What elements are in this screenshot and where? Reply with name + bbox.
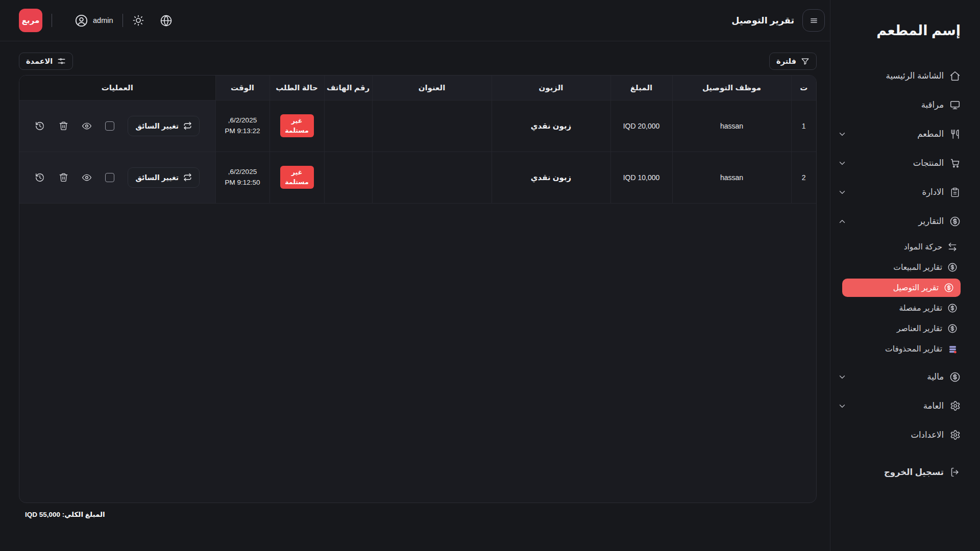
cell-phone xyxy=(324,100,372,152)
table-row: 1 hassan IQD 20,000 زبون نقدي غير مستلمة… xyxy=(19,100,816,152)
app-logo[interactable]: مربع xyxy=(19,9,42,32)
sidebar-item-label: المطعم xyxy=(917,129,944,139)
sidebar-item-settings[interactable]: الاعدادات xyxy=(838,420,961,449)
gear-icon xyxy=(949,430,961,441)
change-driver-button[interactable]: تغيير السائق xyxy=(128,167,200,188)
delete-icon[interactable] xyxy=(58,172,68,183)
cell-customer: زبون نقدي xyxy=(492,100,610,152)
sidebar-item-products[interactable]: المنتجات xyxy=(838,148,961,178)
cell-status: غير مستلمة xyxy=(270,100,324,152)
delivery-report-table: ت موظف التوصيل المبلغ الزبون العنوان رقم… xyxy=(19,76,816,204)
history-icon[interactable] xyxy=(35,172,45,183)
divider xyxy=(52,14,52,27)
sidebar-item-administration[interactable]: الادارة xyxy=(838,178,961,207)
view-icon[interactable] xyxy=(82,121,92,131)
sidebar-item-label: الشاشة الرئيسية xyxy=(886,71,944,81)
logout-icon xyxy=(949,467,961,478)
cell-amount: IQD 20,000 xyxy=(610,100,672,152)
user-circle-icon xyxy=(75,14,88,28)
monitor-icon xyxy=(949,99,961,111)
menu-icon xyxy=(810,16,818,25)
order-time: 9:12:50 PM xyxy=(216,178,270,188)
change-driver-button[interactable]: تغيير السائق xyxy=(128,116,200,136)
filter-button[interactable]: فلترة xyxy=(769,53,817,70)
col-header-phone: رقم الهاتف xyxy=(324,76,372,100)
col-header-operations: العمليات xyxy=(19,76,215,100)
columns-button-label: الاعمدة xyxy=(26,57,53,65)
col-header-employee: موظف التوصيل xyxy=(672,76,791,100)
cell-index: 1 xyxy=(791,100,816,152)
sidebar-subitem-label: تقارير العناصر xyxy=(897,324,942,333)
theme-toggle-button[interactable] xyxy=(132,14,144,27)
cart-icon xyxy=(949,158,961,169)
chevron-down-icon xyxy=(838,372,847,382)
col-header-customer: الزبون xyxy=(492,76,610,100)
sidebar-item-restaurant[interactable]: المطعم xyxy=(838,119,961,148)
sidebar-subitem-sales-reports[interactable]: تقارير المبيعات xyxy=(838,257,961,278)
sidebar-item-label: الادارة xyxy=(922,187,944,197)
user-menu[interactable]: admin xyxy=(75,14,113,28)
sidebar-subitem-deleted-reports[interactable]: تقارير المحذوفات xyxy=(838,339,961,359)
cell-employee: hassan xyxy=(672,100,791,152)
gear-icon xyxy=(949,400,961,412)
cell-time: 6/2/2025,9:13:22 PM xyxy=(215,100,270,152)
clipboard-icon xyxy=(949,187,961,198)
table-toolbar: فلترة الاعمدة xyxy=(19,53,817,70)
cell-address xyxy=(372,152,492,203)
delete-icon[interactable] xyxy=(58,121,68,131)
sidebar-item-finance[interactable]: مالية xyxy=(838,362,961,391)
swap-icon xyxy=(183,173,192,182)
view-icon[interactable] xyxy=(82,172,92,183)
dollar-circle-icon xyxy=(944,283,954,293)
sidebar-subitem-label: تقارير مفصلة xyxy=(899,304,942,313)
home-icon xyxy=(949,70,961,82)
topbar: مربع admin تقرير التوصيل xyxy=(0,0,830,41)
history-icon[interactable] xyxy=(35,121,45,131)
language-toggle-button[interactable] xyxy=(160,14,173,27)
col-header-time: الوقت xyxy=(215,76,270,100)
sidebar-subitem-delivery-report[interactable]: تقرير التوصيل xyxy=(842,279,961,297)
sidebar-subitem-detailed-reports[interactable]: تقارير مفصلة xyxy=(838,298,961,318)
columns-button[interactable]: الاعمدة xyxy=(19,53,73,70)
swap-icon xyxy=(183,121,192,130)
sidebar-item-reports[interactable]: التقارير xyxy=(838,207,961,236)
sidebar: إسم المطعم الشاشة الرئيسية مراقبة المطعم xyxy=(830,0,980,551)
cell-time: 6/2/2025,9:12:50 PM xyxy=(215,152,270,203)
sidebar-item-logout[interactable]: تسجيل الخروج xyxy=(838,458,961,487)
dollar-circle-icon xyxy=(947,323,958,334)
sidebar-subitem-label: تقارير المحذوفات xyxy=(885,344,942,354)
sidebar-item-monitoring[interactable]: مراقبة xyxy=(838,90,961,119)
cell-operations: تغيير السائق xyxy=(19,152,215,203)
page-title: تقرير التوصيل xyxy=(731,15,794,26)
sidebar-item-label: التقارير xyxy=(918,216,944,226)
sidebar-subitem-material-movement[interactable]: حركة المواد xyxy=(838,237,961,257)
cell-operations: تغيير السائق xyxy=(19,100,215,152)
table-row: 2 hassan IQD 10,000 زبون نقدي غير مستلمة… xyxy=(19,152,816,203)
sidebar-subitem-items-reports[interactable]: تقارير العناصر xyxy=(838,318,961,339)
sun-icon xyxy=(132,14,144,27)
row-checkbox[interactable] xyxy=(105,173,114,182)
transfer-arrows-icon xyxy=(947,242,958,252)
globe-icon xyxy=(160,14,173,27)
sidebar-item-home[interactable]: الشاشة الرئيسية xyxy=(838,61,961,90)
chevron-down-icon xyxy=(838,159,847,168)
utensils-icon xyxy=(949,129,961,140)
order-time: 9:13:22 PM xyxy=(216,126,270,137)
total-amount: المبلغ الكلي: IQD 55,000 xyxy=(19,510,812,519)
row-checkbox[interactable] xyxy=(105,121,114,131)
col-header-amount: المبلغ xyxy=(610,76,672,100)
main-area: مربع admin تقرير التوصيل xyxy=(0,0,830,551)
sidebar-item-label: تسجيل الخروج xyxy=(884,467,944,477)
funnel-icon xyxy=(801,57,810,66)
sidebar-item-general[interactable]: العامة xyxy=(838,391,961,420)
sidebar-item-label: العامة xyxy=(923,401,944,411)
change-driver-label: تغيير السائق xyxy=(135,173,179,182)
username: admin xyxy=(93,16,113,24)
col-header-index: ت xyxy=(791,76,816,100)
sidebar-item-label: المنتجات xyxy=(913,158,944,168)
sidebar-item-label: مالية xyxy=(927,372,944,382)
chevron-down-icon xyxy=(838,130,847,139)
dollar-circle-icon xyxy=(949,371,961,383)
restaurant-name: إسم المطعم xyxy=(838,22,961,39)
sidebar-toggle-button[interactable] xyxy=(802,9,825,32)
